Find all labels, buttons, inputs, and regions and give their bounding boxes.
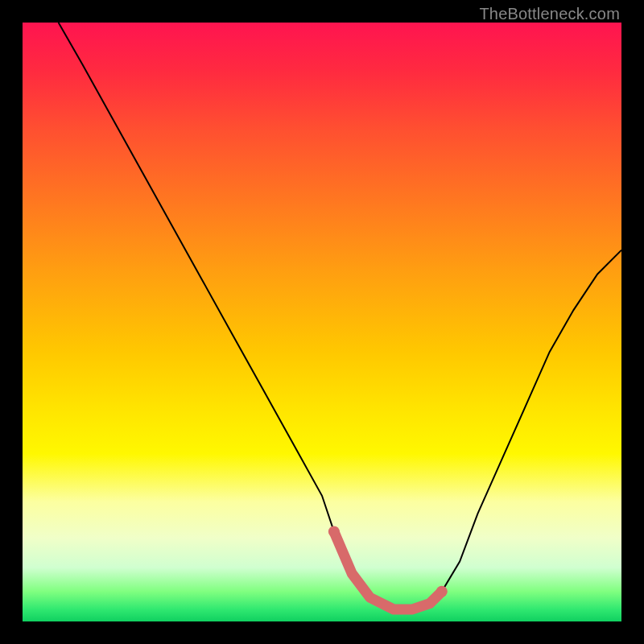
curve-group bbox=[59, 23, 621, 609]
watermark-text: TheBottleneck.com bbox=[479, 5, 620, 23]
highlight-start-dot bbox=[328, 526, 340, 537]
chart-svg bbox=[23, 23, 621, 621]
plot-area bbox=[23, 23, 621, 621]
highlight-segment bbox=[334, 531, 442, 609]
main-curve bbox=[59, 23, 621, 609]
chart-frame: TheBottleneck.com bbox=[0, 0, 644, 644]
highlight-end-dot bbox=[436, 586, 448, 597]
